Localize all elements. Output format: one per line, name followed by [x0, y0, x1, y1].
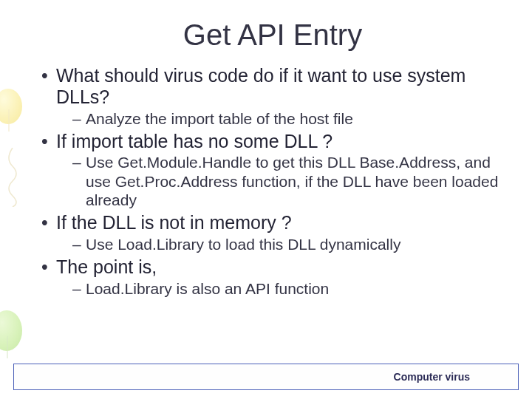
sub-bullet-list: Use Get.Module.Handle to get this DLL Ba…: [56, 153, 510, 209]
sub-bullet-item: Use Load.Library to load this DLL dynami…: [72, 235, 510, 253]
bullet-text: The point is,: [56, 256, 157, 277]
footer-label: Computer virus: [394, 371, 470, 383]
sub-bullet-item: Load.Library is also an API function: [72, 279, 510, 298]
sub-bullet-item: Analyze the import table of the host fil…: [72, 109, 510, 128]
bullet-item: If import table has no some DLL ? Use Ge…: [40, 131, 510, 209]
slide-title: Get API Entry: [35, 18, 510, 52]
bullet-text: If import table has no some DLL ?: [56, 131, 332, 151]
bullet-list: What should virus code do if it want to …: [35, 65, 510, 298]
sub-bullet-list: Analyze the import table of the host fil…: [56, 109, 510, 128]
sub-bullet-text: Use Load.Library to load this DLL dynami…: [86, 236, 400, 253]
bullet-item: What should virus code do if it want to …: [40, 65, 510, 128]
sub-bullet-text: Analyze the import table of the host fil…: [86, 110, 353, 127]
bullet-item: If the DLL is not in memory ? Use Load.L…: [40, 212, 510, 253]
sub-bullet-item: Use Get.Module.Handle to get this DLL Ba…: [72, 153, 510, 209]
footer-bar: Computer virus: [13, 364, 519, 390]
sub-bullet-text: Use Get.Module.Handle to get this DLL Ba…: [86, 154, 498, 208]
bullet-item: The point is, Load.Library is also an AP…: [40, 256, 510, 298]
bullet-text: If the DLL is not in memory ?: [56, 212, 292, 233]
slide-content: Get API Entry What should virus code do …: [0, 0, 532, 399]
sub-bullet-list: Load.Library is also an API function: [56, 279, 510, 298]
sub-bullet-list: Use Load.Library to load this DLL dynami…: [56, 235, 510, 253]
bullet-text: What should virus code do if it want to …: [56, 65, 466, 107]
sub-bullet-text: Load.Library is also an API function: [86, 280, 329, 297]
